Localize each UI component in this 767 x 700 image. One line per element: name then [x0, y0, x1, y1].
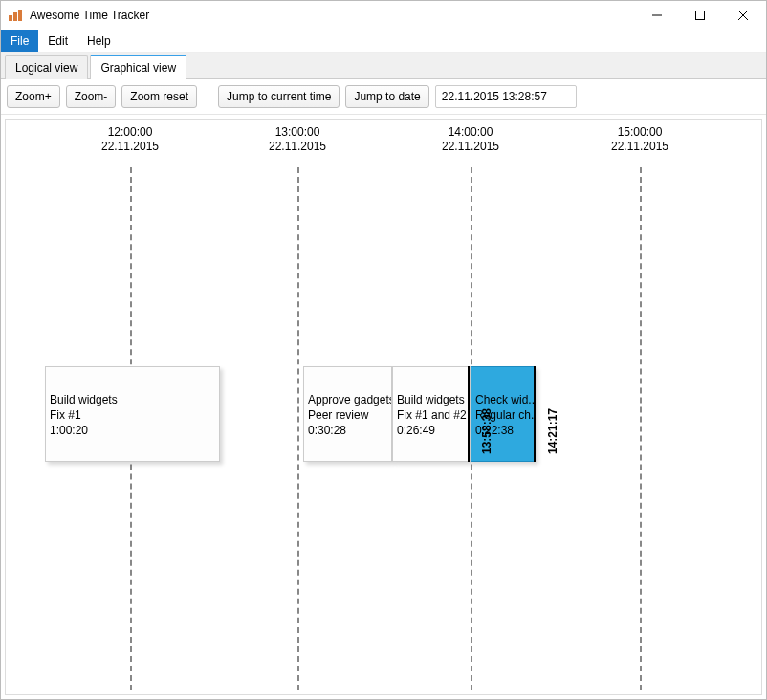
gridlabel: 14:00:0022.11.2015	[413, 125, 528, 154]
entries-layer: Build widgetsFix #11:00:20Approve gadget…	[6, 366, 761, 462]
grid-time: 13:00:00	[240, 125, 355, 140]
menu-help[interactable]: Help	[77, 30, 121, 52]
grid-date: 22.11.2015	[240, 140, 355, 154]
entry-title: Check wid...	[475, 392, 531, 407]
menu-edit[interactable]: Edit	[38, 30, 77, 52]
entry-title: Build widgets	[397, 392, 466, 407]
time-marker[interactable]	[534, 366, 536, 462]
zoom-reset-button[interactable]: Zoom reset	[121, 85, 197, 108]
grid-date: 22.11.2015	[413, 140, 528, 154]
grid-date: 22.11.2015	[582, 140, 697, 154]
minimize-button[interactable]	[635, 1, 678, 30]
timeline[interactable]: 12:00:0022.11.201513:00:0022.11.201514:0…	[5, 119, 762, 695]
zoom-out-button[interactable]: Zoom-	[66, 85, 117, 108]
gridlabel: 12:00:0022.11.2015	[73, 125, 187, 154]
zoom-in-button[interactable]: Zoom+	[7, 85, 60, 108]
tab-graphical-view[interactable]: Graphical view	[90, 55, 186, 79]
entry-subtitle: Peer review	[308, 407, 387, 423]
entry-subtitle: Fix #1	[50, 407, 215, 423]
toolbar: Zoom+ Zoom- Zoom reset Jump to current t…	[1, 79, 766, 114]
entry-title: Build widgets	[50, 392, 215, 407]
svg-rect-1	[695, 11, 704, 20]
gridlabel: 13:00:0022.11.2015	[240, 125, 355, 154]
tabbar: Logical view Graphical view	[1, 53, 766, 79]
time-marker-label: 14:21:17	[546, 408, 559, 454]
app-icon	[9, 10, 24, 21]
grid-date: 22.11.2015	[73, 140, 187, 154]
tab-logical-view[interactable]: Logical view	[5, 55, 88, 79]
timeline-entry[interactable]: Build widgetsFix #11:00:20	[45, 366, 220, 462]
grid-time: 15:00:00	[582, 125, 697, 140]
app-window: Awesome Time Tracker File Edit Help Logi…	[0, 0, 767, 700]
close-button[interactable]	[721, 1, 764, 30]
jump-current-time-button[interactable]: Jump to current time	[218, 85, 340, 108]
gridlabel: 15:00:0022.11.2015	[582, 125, 697, 154]
grid-time: 14:00:00	[413, 125, 528, 140]
time-marker-label: 13:58:38	[480, 408, 493, 454]
window-controls	[635, 1, 764, 30]
time-marker[interactable]	[468, 366, 470, 462]
entry-title: Approve gadgets	[308, 392, 387, 407]
date-input[interactable]	[435, 85, 577, 108]
menu-file[interactable]: File	[1, 30, 38, 52]
titlebar: Awesome Time Tracker	[1, 1, 766, 30]
jump-to-date-button[interactable]: Jump to date	[345, 85, 428, 108]
entry-duration: 0:30:28	[308, 423, 387, 438]
entry-subtitle: Fix #1 and #2	[397, 407, 466, 423]
entry-duration: 0:26:49	[397, 423, 466, 438]
timeline-entry[interactable]: Approve gadgetsPeer review0:30:28	[303, 366, 392, 462]
grid-time: 12:00:00	[73, 125, 187, 140]
entry-duration: 1:00:20	[50, 423, 215, 438]
window-title: Awesome Time Tracker	[30, 9, 635, 22]
timeline-container: 12:00:0022.11.201513:00:0022.11.201514:0…	[1, 114, 766, 699]
maximize-button[interactable]	[678, 1, 721, 30]
menubar: File Edit Help	[1, 30, 766, 53]
timeline-entry[interactable]: Build widgetsFix #1 and #20:26:49	[392, 366, 471, 462]
